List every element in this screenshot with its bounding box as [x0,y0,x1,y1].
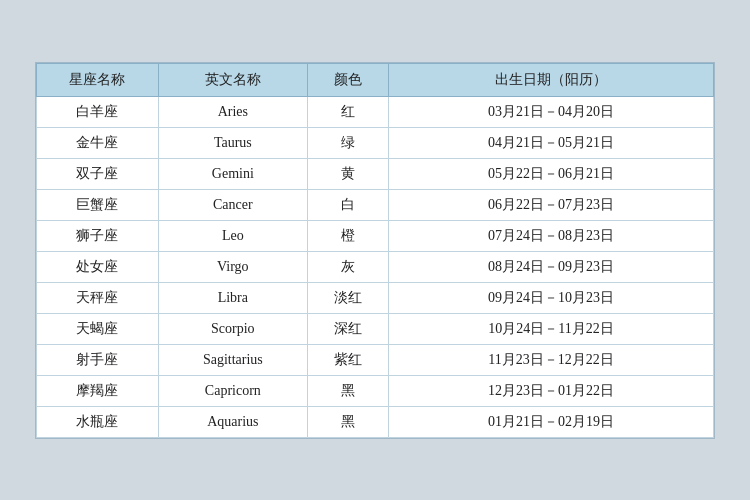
cell-en: Leo [158,220,307,251]
cell-zh: 金牛座 [37,127,159,158]
table-row: 天蝎座Scorpio深红10月24日－11月22日 [37,313,714,344]
cell-en: Cancer [158,189,307,220]
table-body: 白羊座Aries红03月21日－04月20日金牛座Taurus绿04月21日－0… [37,96,714,437]
cell-color: 黑 [307,375,388,406]
cell-date: 04月21日－05月21日 [389,127,714,158]
cell-en: Aquarius [158,406,307,437]
table-row: 金牛座Taurus绿04月21日－05月21日 [37,127,714,158]
header-date: 出生日期（阳历） [389,63,714,96]
cell-zh: 白羊座 [37,96,159,127]
cell-date: 10月24日－11月22日 [389,313,714,344]
cell-date: 07月24日－08月23日 [389,220,714,251]
header-en: 英文名称 [158,63,307,96]
cell-color: 淡红 [307,282,388,313]
table-row: 双子座Gemini黄05月22日－06月21日 [37,158,714,189]
header-color: 颜色 [307,63,388,96]
cell-color: 黑 [307,406,388,437]
cell-color: 橙 [307,220,388,251]
cell-en: Scorpio [158,313,307,344]
table-row: 射手座Sagittarius紫红11月23日－12月22日 [37,344,714,375]
cell-color: 红 [307,96,388,127]
header-zh: 星座名称 [37,63,159,96]
table-row: 天秤座Libra淡红09月24日－10月23日 [37,282,714,313]
cell-date: 05月22日－06月21日 [389,158,714,189]
cell-color: 紫红 [307,344,388,375]
cell-date: 12月23日－01月22日 [389,375,714,406]
cell-en: Aries [158,96,307,127]
table-row: 处女座Virgo灰08月24日－09月23日 [37,251,714,282]
cell-date: 01月21日－02月19日 [389,406,714,437]
cell-zh: 双子座 [37,158,159,189]
table-row: 狮子座Leo橙07月24日－08月23日 [37,220,714,251]
table-row: 摩羯座Capricorn黑12月23日－01月22日 [37,375,714,406]
cell-en: Virgo [158,251,307,282]
cell-zh: 天蝎座 [37,313,159,344]
zodiac-table: 星座名称 英文名称 颜色 出生日期（阳历） 白羊座Aries红03月21日－04… [36,63,714,438]
cell-color: 灰 [307,251,388,282]
cell-zh: 狮子座 [37,220,159,251]
cell-zh: 天秤座 [37,282,159,313]
table-header-row: 星座名称 英文名称 颜色 出生日期（阳历） [37,63,714,96]
cell-zh: 巨蟹座 [37,189,159,220]
cell-color: 黄 [307,158,388,189]
cell-en: Sagittarius [158,344,307,375]
table-row: 巨蟹座Cancer白06月22日－07月23日 [37,189,714,220]
cell-zh: 摩羯座 [37,375,159,406]
cell-color: 绿 [307,127,388,158]
cell-date: 03月21日－04月20日 [389,96,714,127]
cell-date: 08月24日－09月23日 [389,251,714,282]
cell-en: Capricorn [158,375,307,406]
table-row: 水瓶座Aquarius黑01月21日－02月19日 [37,406,714,437]
zodiac-table-container: 星座名称 英文名称 颜色 出生日期（阳历） 白羊座Aries红03月21日－04… [35,62,715,439]
cell-en: Libra [158,282,307,313]
cell-zh: 水瓶座 [37,406,159,437]
cell-zh: 射手座 [37,344,159,375]
cell-date: 09月24日－10月23日 [389,282,714,313]
table-row: 白羊座Aries红03月21日－04月20日 [37,96,714,127]
cell-en: Taurus [158,127,307,158]
cell-color: 白 [307,189,388,220]
cell-date: 06月22日－07月23日 [389,189,714,220]
cell-zh: 处女座 [37,251,159,282]
cell-date: 11月23日－12月22日 [389,344,714,375]
cell-color: 深红 [307,313,388,344]
cell-en: Gemini [158,158,307,189]
